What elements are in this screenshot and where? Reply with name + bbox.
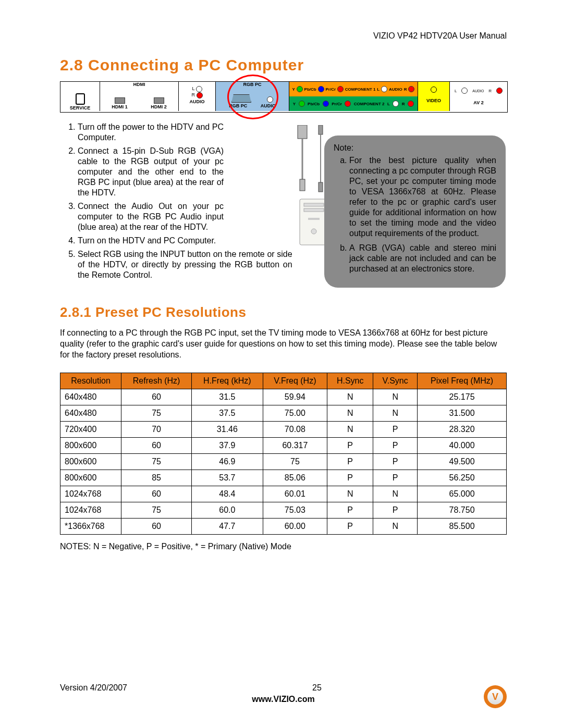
audio-tag-label2: AUDIO xyxy=(472,89,484,93)
table-cell: 37.9 xyxy=(192,438,263,454)
audio-tag-label: AUDIO xyxy=(389,87,402,92)
video-label: VIDEO xyxy=(418,97,449,103)
table-row: *1366x7686047.760.00PN85.500 xyxy=(60,519,507,535)
table-cell: 75 xyxy=(263,454,327,470)
svg-rect-9 xyxy=(308,218,320,220)
table-cell: N xyxy=(373,405,418,422)
table-cell: P xyxy=(373,454,418,470)
rgb-audio-label: AUDIO xyxy=(261,103,276,108)
table-cell: P xyxy=(327,519,373,535)
table-cell: 640x480 xyxy=(60,405,121,422)
y-label2: Y xyxy=(293,102,296,106)
table-cell: 40.000 xyxy=(418,438,507,454)
hdmi-label: HDMI xyxy=(100,82,178,87)
svg-rect-5 xyxy=(319,182,323,192)
r-label: R xyxy=(191,92,195,97)
table-notes: NOTES: N = Negative, P = Positive, * = P… xyxy=(60,542,507,551)
table-row: 1024x7686048.460.01NN65.000 xyxy=(60,486,507,502)
table-cell: P xyxy=(373,438,418,454)
table-header: H.Sync xyxy=(327,373,373,389)
svg-point-10 xyxy=(311,229,316,234)
table-cell: 75 xyxy=(121,454,191,470)
instruction-item: Turn on the HDTV and PC Computer. xyxy=(78,236,292,246)
pbcb-label: Pb/Cb xyxy=(304,87,316,92)
table-row: 800x6008553.785.06PP56.250 xyxy=(60,470,507,486)
table-cell: 59.94 xyxy=(263,389,327,405)
table-cell: 60 xyxy=(121,389,191,405)
rgbpc-top-label: RGB PC xyxy=(216,82,289,87)
table-cell: 1024x768 xyxy=(60,486,121,502)
section-heading: 2.8 Connecting a PC Computer xyxy=(60,56,507,74)
r-label4: R xyxy=(488,89,492,93)
table-cell: 85 xyxy=(121,470,191,486)
pbcb-label2: Pb/Cb xyxy=(308,102,320,106)
audio-label: AUDIO xyxy=(179,98,215,104)
table-cell: N xyxy=(373,389,418,405)
table-cell: 85.500 xyxy=(418,519,507,535)
table-cell: 78.750 xyxy=(418,502,507,519)
table-cell: 37.5 xyxy=(192,405,263,422)
page-footer: Version 4/20/2007 25 www.VIZIO.com xyxy=(60,683,507,704)
table-header: H.Freq (kHz) xyxy=(192,373,263,389)
table-cell: 800x600 xyxy=(60,470,121,486)
svg-rect-3 xyxy=(319,125,323,134)
l-label4: L xyxy=(455,89,457,93)
table-cell: 31.5 xyxy=(192,389,263,405)
table-cell: 60.01 xyxy=(263,486,327,502)
r-jack-icon xyxy=(197,92,203,98)
l-label: L xyxy=(192,86,194,91)
rgb-audio-jack-icon xyxy=(267,96,273,103)
hdmi1-port-icon xyxy=(115,97,125,104)
l-jack-icon xyxy=(196,86,202,92)
prcr-label2: Pr/Cr xyxy=(332,102,342,106)
av2-label: AV 2 xyxy=(450,100,507,105)
hdmi2-label: HDMI 2 xyxy=(151,104,167,109)
service-port-icon xyxy=(76,93,85,105)
vizio-logo-icon: V xyxy=(484,685,507,708)
r-label2: R xyxy=(404,87,407,92)
table-row: 720x4007031.4670.08NP28.320 xyxy=(60,422,507,438)
preset-intro: If connecting to a PC through the RGB PC… xyxy=(60,328,507,360)
table-header: V.Freq (Hz) xyxy=(263,373,327,389)
instructions-list: Turn off the power to the HDTV and PC Co… xyxy=(60,122,292,280)
svg-rect-8 xyxy=(304,208,324,212)
instruction-item: Select RGB using the INPUT button on the… xyxy=(78,249,292,280)
note-item: For the best picture quality when connec… xyxy=(349,155,496,239)
table-row: 640x4807537.575.00NN31.500 xyxy=(60,405,507,422)
prcr-label: Pr/Cr xyxy=(325,87,336,92)
table-header: Resolution xyxy=(60,373,121,389)
table-cell: 75 xyxy=(121,405,191,422)
table-cell: 75.00 xyxy=(263,405,327,422)
table-cell: 60.317 xyxy=(263,438,327,454)
instruction-item: Turn off the power to the HDTV and PC Co… xyxy=(78,122,224,143)
table-row: 800x6007546.975PP49.500 xyxy=(60,454,507,470)
table-cell: N xyxy=(373,486,418,502)
svg-rect-2 xyxy=(300,179,305,191)
table-cell: 70.08 xyxy=(263,422,327,438)
instruction-item: Connect the Audio Out on your pc compute… xyxy=(78,201,224,232)
table-cell: P xyxy=(327,470,373,486)
connector-diagram: SERVICE HDMI HDMI 1 HDMI 2 L R AUDIO RGB… xyxy=(60,81,508,113)
table-cell: N xyxy=(327,389,373,405)
svg-rect-7 xyxy=(304,203,324,206)
service-label: SERVICE xyxy=(60,105,100,110)
table-cell: P xyxy=(327,438,373,454)
table-cell: N xyxy=(327,422,373,438)
hdmi1-label: HDMI 1 xyxy=(112,104,128,109)
note-title: Note: xyxy=(334,143,496,153)
table-cell: 28.320 xyxy=(418,422,507,438)
table-cell: 720x400 xyxy=(60,422,121,438)
table-cell: 60.0 xyxy=(192,502,263,519)
subsection-heading: 2.8.1 Preset PC Resolutions xyxy=(60,304,507,320)
table-cell: 60.00 xyxy=(263,519,327,535)
table-cell: N xyxy=(373,519,418,535)
table-cell: 47.7 xyxy=(192,519,263,535)
table-cell: P xyxy=(373,470,418,486)
table-cell: 85.06 xyxy=(263,470,327,486)
table-cell: 48.4 xyxy=(192,486,263,502)
l-label2: L xyxy=(377,87,380,92)
comp1-label: COMPONENT 1 xyxy=(345,87,376,92)
table-cell: *1366x768 xyxy=(60,519,121,535)
note-box: Note: For the best picture quality when … xyxy=(324,135,506,288)
vga-port-icon xyxy=(231,94,251,103)
